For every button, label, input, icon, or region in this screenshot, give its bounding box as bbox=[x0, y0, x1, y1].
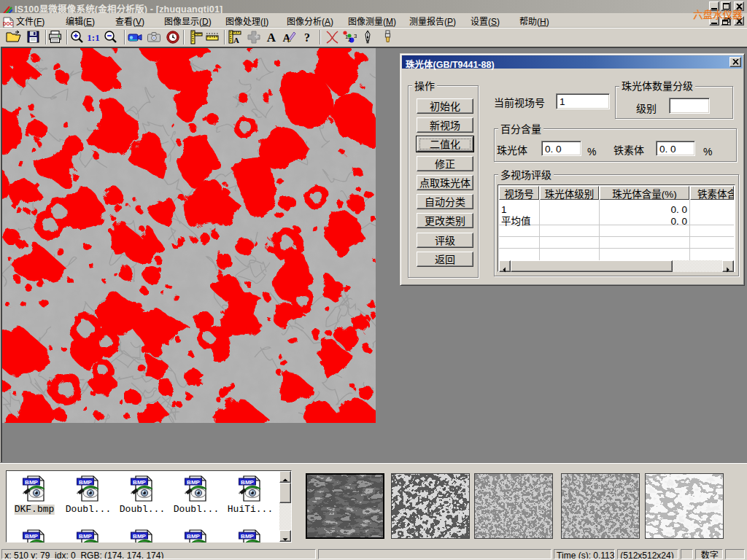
svg-text:BMP: BMP bbox=[25, 479, 38, 486]
svg-text:BMP: BMP bbox=[133, 479, 146, 486]
svg-text:2: 2 bbox=[348, 35, 352, 43]
svg-text:A: A bbox=[267, 31, 276, 44]
svg-text:BMP: BMP bbox=[187, 479, 200, 486]
svg-text:BMP: BMP bbox=[133, 533, 146, 540]
svg-text:BMP: BMP bbox=[241, 533, 254, 540]
svg-text:BMP: BMP bbox=[79, 479, 92, 486]
svg-text:BMP: BMP bbox=[241, 479, 254, 486]
svg-text:BMP: BMP bbox=[25, 533, 38, 540]
svg-text:1:1: 1:1 bbox=[87, 32, 99, 43]
svg-text:BMP: BMP bbox=[79, 533, 92, 540]
svg-text:3: 3 bbox=[354, 31, 357, 39]
svg-text:DOC: DOC bbox=[3, 21, 14, 26]
svg-text:BMP: BMP bbox=[187, 533, 200, 540]
svg-text:?: ? bbox=[304, 31, 310, 44]
svg-text:A: A bbox=[233, 36, 239, 44]
